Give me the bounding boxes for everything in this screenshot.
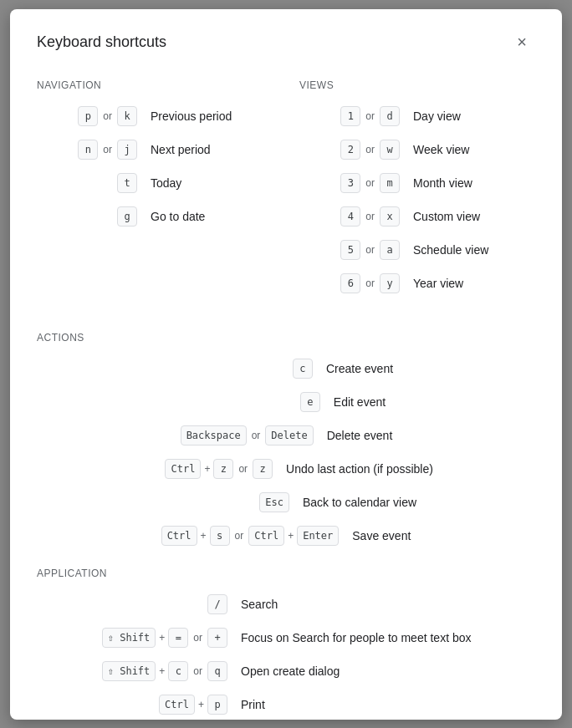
key-k: k [117, 106, 137, 126]
shortcut-keys: g [37, 206, 137, 227]
key-x: x [380, 206, 400, 227]
shortcut-keys: p or k [37, 106, 137, 126]
views-section: Views 1 or d Day view 2 or w [299, 76, 535, 302]
shortcut-desc: Undo last action (if possible) [286, 462, 433, 476]
shortcut-desc: Save event [352, 529, 411, 542]
key-a: a [380, 240, 400, 260]
shortcut-row: n or j Next period [37, 135, 273, 165]
shortcut-desc: Delete event [327, 429, 393, 442]
shortcut-row: 2 or w Week view [299, 135, 535, 165]
shortcut-desc: Year view [413, 277, 463, 290]
shortcut-keys: e [186, 392, 320, 412]
shortcut-row: 3 or m Month view [299, 168, 535, 198]
key-c: c [293, 359, 313, 379]
key-esc: Esc [259, 492, 289, 512]
shortcut-keys: 5 or a [299, 240, 400, 260]
shortcut-keys: ⇧ Shift + = or + [77, 628, 227, 648]
shortcut-row: p or k Previous period [37, 101, 273, 131]
shortcut-keys: 6 or y [299, 273, 400, 293]
key-backspace: Backspace [181, 425, 247, 445]
shortcut-row: / Search [77, 589, 495, 619]
shortcut-keys: / [77, 594, 227, 614]
key-z2: z [253, 459, 273, 479]
application-title: Application [37, 568, 535, 579]
shortcut-keys: t [37, 173, 137, 193]
shortcut-keys: 2 or w [299, 140, 400, 160]
shortcut-desc: Month view [413, 176, 472, 190]
key-d: d [380, 106, 400, 126]
shortcut-desc: Go to date [151, 210, 205, 223]
key-ctrl2: Ctrl [161, 526, 197, 546]
modal-title: Keyboard shortcuts [37, 33, 166, 51]
key-plus: + [207, 628, 227, 648]
shortcut-desc: Today [151, 176, 181, 190]
key-enter: Enter [297, 526, 339, 546]
close-button[interactable]: × [508, 29, 535, 56]
key-q: q [207, 661, 227, 681]
navigation-title: Navigation [37, 79, 273, 91]
shortcut-desc: Create event [326, 362, 393, 375]
shortcut-row: e Edit event [110, 387, 462, 417]
shortcut-row: t Today [37, 168, 273, 198]
shortcut-row: 1 or d Day view [299, 101, 535, 131]
shortcut-desc: Open create dialog [241, 664, 340, 678]
shortcut-row: Backspace or Delete Delete event [110, 420, 462, 451]
shortcut-keys: 4 or x [299, 206, 400, 227]
shortcut-row: Ctrl + z or z Undo last action (if possi… [110, 454, 462, 484]
shortcut-row: Ctrl + s or Ctrl + Enter Save event [110, 521, 462, 551]
key-c2: c [168, 661, 188, 681]
shortcut-keys: Ctrl + p [77, 695, 227, 715]
key-slash: / [207, 594, 227, 614]
shortcut-desc: Next period [151, 143, 211, 156]
key-w: w [380, 140, 400, 160]
shortcut-keys: ⇧ Shift + c or q [77, 661, 227, 681]
shortcut-desc: Custom view [413, 210, 480, 223]
shortcut-row: c Create event [110, 354, 462, 384]
shortcut-keys: Ctrl + z or z [139, 459, 273, 479]
key-1: 1 [340, 106, 360, 126]
key-ctrl3: Ctrl [248, 526, 284, 546]
keyboard-shortcuts-modal: Keyboard shortcuts × Navigation p or k P… [10, 9, 562, 720]
key-e: e [300, 392, 320, 412]
key-ctrl4: Ctrl [159, 695, 195, 715]
modal-header: Keyboard shortcuts × [37, 29, 535, 56]
key-4: 4 [340, 206, 360, 227]
key-5: 5 [340, 240, 360, 260]
shortcut-row: ⇧ Shift + c or q Open create dialog [77, 656, 495, 686]
key-n: n [78, 140, 98, 160]
navigation-section: Navigation p or k Previous period n or j [37, 76, 273, 302]
key-m: m [380, 173, 400, 193]
shortcut-desc: Print [241, 698, 265, 711]
shortcut-row: 4 or x Custom view [299, 201, 535, 232]
shortcut-row: Esc Back to calendar view [110, 487, 462, 517]
key-3: 3 [340, 173, 360, 193]
shortcut-desc: Day view [413, 109, 461, 123]
shortcut-desc: Edit event [334, 395, 386, 409]
key-delete: Delete [265, 425, 313, 445]
shortcut-keys: Ctrl + s or Ctrl + Enter [161, 526, 340, 546]
key-z: z [213, 459, 233, 479]
key-g: g [117, 206, 137, 227]
shortcut-row: Ctrl + p Print [77, 690, 495, 720]
key-2: 2 [340, 140, 360, 160]
modal-overlay: Keyboard shortcuts × Navigation p or k P… [0, 0, 572, 728]
shortcut-desc: Focus on Search for people to meet text … [241, 631, 472, 644]
key-shift: ⇧ Shift [102, 628, 156, 648]
key-shift2: ⇧ Shift [102, 661, 156, 681]
key-ctrl: Ctrl [165, 459, 201, 479]
shortcut-desc: Back to calendar view [303, 496, 416, 509]
shortcut-keys: 3 or m [299, 173, 400, 193]
key-p: p [78, 106, 98, 126]
shortcut-row: g Go to date [37, 201, 273, 232]
key-s: s [210, 526, 230, 546]
actions-title: Actions [37, 332, 535, 344]
top-sections: Navigation p or k Previous period n or j [37, 76, 535, 318]
key-p2: p [207, 695, 227, 715]
shortcut-desc: Week view [413, 143, 469, 156]
shortcut-desc: Search [241, 598, 278, 611]
key-6: 6 [340, 273, 360, 293]
shortcut-keys: Esc [156, 492, 289, 512]
shortcut-desc: Previous period [151, 109, 232, 123]
shortcut-row: ⇧ Shift + = or + Focus on Search for peo… [77, 623, 495, 653]
shortcut-keys: Backspace or Delete [180, 425, 314, 445]
